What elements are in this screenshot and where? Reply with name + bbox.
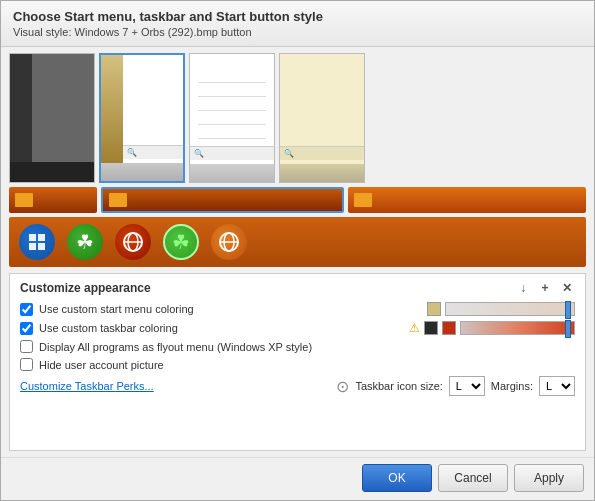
taskbar-preview-1[interactable]: [9, 187, 97, 213]
color-slider-1[interactable]: [445, 302, 575, 316]
section-controls: ↓ + ✕: [515, 280, 575, 296]
color-controls-2: ⚠: [409, 321, 575, 335]
checkbox-hide-picture[interactable]: [20, 358, 33, 371]
list-line: [198, 110, 266, 111]
svg-rect-0: [29, 234, 36, 241]
globe-button-icon[interactable]: [211, 224, 247, 260]
cancel-button[interactable]: Cancel: [438, 464, 508, 492]
button-icons-row: ☘ ☘: [9, 217, 586, 267]
warning-icon: ⚠: [409, 321, 420, 335]
preview-taskbar: [190, 164, 274, 182]
loading-spinner-icon: ⊙: [336, 377, 349, 396]
checkbox-flyout[interactable]: [20, 340, 33, 353]
preview-taskbar: [101, 163, 183, 181]
preview-taskbar: [10, 162, 94, 182]
folder-icon: [109, 193, 127, 207]
preview-search: 🔍: [190, 146, 274, 160]
checkbox-taskbar-color[interactable]: [20, 322, 33, 335]
ok-button[interactable]: OK: [362, 464, 432, 492]
preview-main: [32, 54, 94, 162]
customize-section: Customize appearance ↓ + ✕ Use custom st…: [9, 273, 586, 451]
bottom-options-row: Customize Taskbar Perks... ⊙ Taskbar ico…: [20, 376, 575, 396]
style-preview-white-gold[interactable]: 👤 🔍: [99, 53, 185, 183]
customize-perks-link[interactable]: Customize Taskbar Perks...: [20, 380, 154, 392]
preview-sidebar: [101, 55, 123, 163]
option-label-2: Use custom taskbar coloring: [39, 322, 403, 334]
option-row-1: Use custom start menu coloring: [20, 302, 575, 316]
color-swatch-1[interactable]: [427, 302, 441, 316]
add-icon[interactable]: +: [537, 280, 553, 296]
orb-button-icon[interactable]: [115, 224, 151, 260]
dialog-title: Choose Start menu, taskbar and Start but…: [13, 9, 582, 24]
title-bar: Choose Start menu, taskbar and Start but…: [1, 1, 594, 47]
folder-icon: [15, 193, 33, 207]
dialog-content: 👤 🔍 👤 🔍: [1, 47, 594, 457]
margins-select[interactable]: L M S: [539, 376, 575, 396]
clover-button-icon-2-selected[interactable]: ☘: [163, 224, 199, 260]
taskbar-icon-size-label: Taskbar icon size:: [355, 380, 442, 392]
customize-title: Customize appearance: [20, 281, 151, 295]
taskbar-icon-size-select[interactable]: L M S: [449, 376, 485, 396]
option-label-1: Use custom start menu coloring: [39, 303, 421, 315]
preview-taskbar: [280, 164, 364, 182]
svg-rect-3: [38, 243, 45, 250]
taskbar-preview-3[interactable]: [348, 187, 587, 213]
style-preview-dark[interactable]: [9, 53, 95, 183]
checkbox-start-menu-color[interactable]: [20, 303, 33, 316]
option-row-4: Hide user account picture: [20, 358, 575, 371]
close-icon[interactable]: ✕: [559, 280, 575, 296]
option-label-4: Hide user account picture: [39, 359, 575, 371]
folder-icon: [354, 193, 372, 207]
visual-style-info: Visual style: Windows 7 + Orbs (292).bmp…: [13, 26, 582, 38]
windows7-button-icon[interactable]: [19, 224, 55, 260]
option-row-2: Use custom taskbar coloring ⚠: [20, 321, 575, 335]
taskbar-previews-row: [9, 187, 586, 213]
svg-rect-1: [38, 234, 45, 241]
style-preview-beige[interactable]: 👤 🔍: [279, 53, 365, 183]
color-swatch-dark[interactable]: [424, 321, 438, 335]
download-icon[interactable]: ↓: [515, 280, 531, 296]
list-line: [198, 96, 266, 97]
taskbar-size-group: ⊙ Taskbar icon size: L M S Margins: L M …: [336, 376, 575, 396]
color-controls-1: [427, 302, 575, 316]
section-header: Customize appearance ↓ + ✕: [20, 280, 575, 296]
color-swatch-red[interactable]: [442, 321, 456, 335]
option-label-3: Display All programs as flyout menu (Win…: [39, 341, 575, 353]
option-row-3: Display All programs as flyout menu (Win…: [20, 340, 575, 353]
dialog-buttons-row: OK Cancel Apply: [1, 457, 594, 500]
preview-search: 🔍: [123, 145, 183, 159]
color-slider-2[interactable]: [460, 321, 575, 335]
list-line: [198, 82, 266, 83]
margins-label: Margins:: [491, 380, 533, 392]
style-previews-row: 👤 🔍 👤 🔍: [9, 53, 586, 183]
list-line: [198, 124, 266, 125]
style-preview-white[interactable]: 👤 🔍: [189, 53, 275, 183]
apply-button[interactable]: Apply: [514, 464, 584, 492]
svg-rect-2: [29, 243, 36, 250]
dialog-window: Choose Start menu, taskbar and Start but…: [0, 0, 595, 501]
taskbar-preview-2[interactable]: [101, 187, 344, 213]
preview-search: 🔍: [280, 146, 364, 160]
list-line: [198, 138, 266, 139]
clover-button-icon-1[interactable]: ☘: [67, 224, 103, 260]
